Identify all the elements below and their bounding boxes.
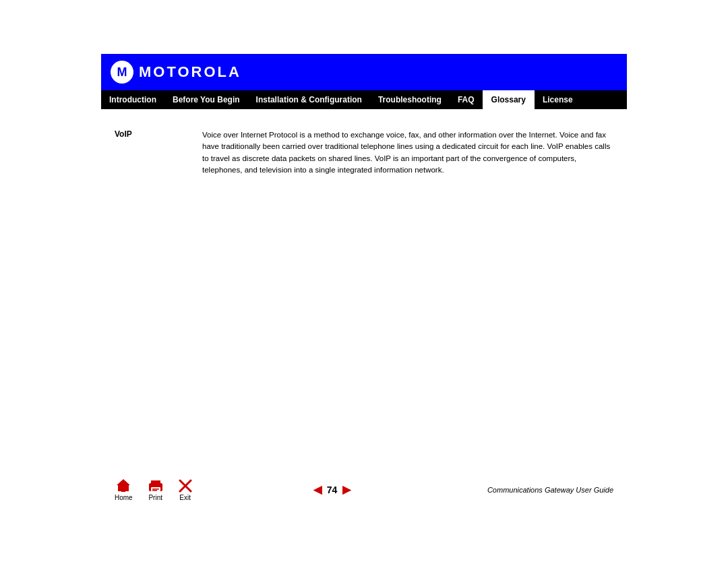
print-label: Print [148, 494, 162, 501]
nav-item-faq[interactable]: FAQ [450, 91, 483, 108]
content-area: VoIP Voice over Internet Protocol is a m… [101, 109, 627, 446]
nav-item-glossary[interactable]: Glossary [483, 90, 535, 109]
nav-item-license[interactable]: License [535, 91, 581, 108]
footer: Home Print Exit [101, 471, 627, 508]
svg-text:M: M [117, 65, 127, 79]
home-label: Home [115, 494, 133, 501]
svg-rect-8 [152, 490, 157, 491]
exit-label: Exit [179, 494, 191, 501]
next-page-button[interactable]: ▶ [342, 483, 351, 496]
footer-left: Home Print Exit [115, 478, 192, 501]
svg-rect-7 [152, 489, 159, 490]
nav-bar: Introduction Before You Begin Installati… [101, 90, 627, 109]
exit-button[interactable]: Exit [179, 479, 192, 501]
print-icon [146, 478, 165, 493]
nav-item-troubleshooting[interactable]: Troubleshooting [370, 91, 450, 108]
svg-rect-5 [151, 480, 160, 484]
footer-pagination: ◀ 74 ▶ [313, 483, 351, 496]
nav-item-introduction[interactable]: Introduction [101, 91, 164, 108]
page-number: 74 [327, 485, 338, 495]
guide-title: Communications Gateway User Guide [487, 486, 613, 494]
motorola-logo: M MOTOROLA [111, 61, 241, 84]
logo-row: M MOTOROLA [111, 61, 617, 90]
glossary-entry: VoIP Voice over Internet Protocol is a m… [115, 129, 613, 176]
print-button[interactable]: Print [146, 478, 165, 501]
header: M MOTOROLA [101, 54, 627, 90]
entry-term: VoIP [115, 129, 202, 176]
svg-rect-3 [121, 487, 125, 492]
nav-item-before-you-begin[interactable]: Before You Begin [164, 91, 248, 108]
brand-name: MOTOROLA [139, 63, 241, 81]
motorola-badge-icon: M [111, 61, 133, 84]
home-button[interactable]: Home [115, 478, 133, 501]
prev-page-button[interactable]: ◀ [313, 483, 322, 496]
exit-icon [179, 479, 192, 493]
entry-definition: Voice over Internet Protocol is a method… [202, 129, 613, 176]
home-icon [115, 478, 131, 493]
nav-item-installation[interactable]: Installation & Configuration [248, 91, 370, 108]
